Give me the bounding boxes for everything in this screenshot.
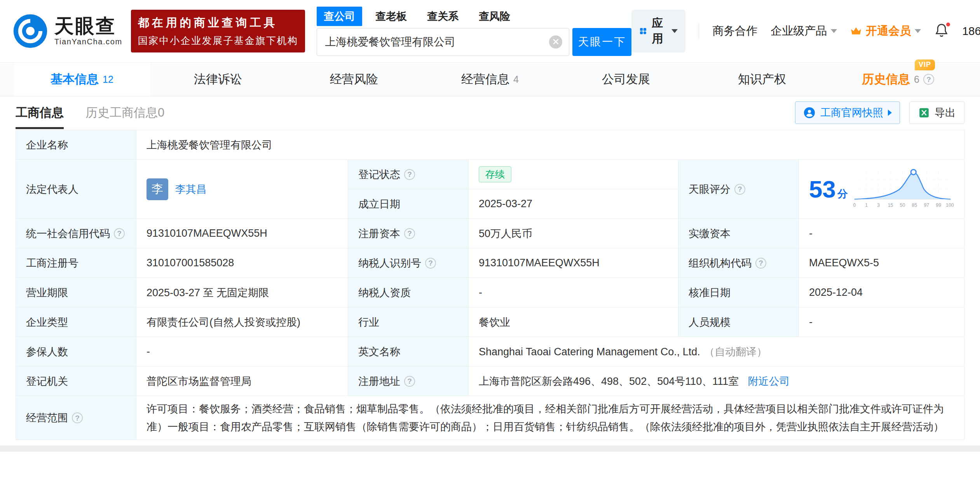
nav-enterprise-products[interactable]: 企业级产品	[771, 23, 837, 39]
search-tab-relation[interactable]: 查关系	[420, 7, 466, 26]
search-button[interactable]: 天眼一下	[572, 28, 631, 56]
table-row: 企业类型 有限责任公司(自然人投资或控股) 行业 餐饮业 人员规模 -	[16, 307, 964, 337]
field-value-taxpayer-id: 91310107MAEEQWX55H	[469, 248, 678, 278]
field-value-tianyan-score: 53 分 0	[799, 160, 964, 219]
score-axis-tick: 97	[924, 203, 929, 208]
search-tab-company[interactable]: 查公司	[317, 7, 362, 26]
score-marker-dot	[911, 169, 916, 175]
chevron-down-icon	[915, 29, 921, 33]
help-icon[interactable]: ?	[72, 412, 83, 423]
field-value-registered-capital: 50万人民币	[469, 219, 678, 248]
field-value-established-date: 2025-03-27	[469, 189, 678, 219]
score-distribution-chart: 0 1 3 15 50 85 97 99 100	[851, 168, 954, 211]
search-tabs: 查公司 查老板 查关系 查风险	[317, 7, 631, 26]
score-axis-tick: 85	[912, 203, 917, 208]
subtab-history-business-registration[interactable]: 历史工商信息0	[85, 96, 164, 129]
vip-badge: VIP	[915, 59, 935, 70]
help-icon[interactable]: ?	[755, 258, 766, 269]
field-value-paid-in-capital: -	[799, 219, 964, 248]
help-icon[interactable]: ?	[404, 169, 415, 180]
search-tab-risk[interactable]: 查风险	[472, 7, 517, 26]
page-header: 天眼查 TianYanCha.com 都在用的商业查询工具 国家中小企业发展子基…	[0, 0, 980, 62]
field-label-registration-status: 登记状态?	[348, 160, 469, 189]
field-value-legal-representative: 李 李其昌	[136, 160, 348, 219]
header-nav: 应用 商务合作 企业级产品 开通会员 186*...	[631, 10, 980, 52]
main-tab-bar: 基本信息 12 法律诉讼 经营风险 经营信息 4 公司发展 知识产权 历史信息 …	[0, 62, 980, 96]
tab-company-development[interactable]: 公司发展	[558, 63, 694, 96]
divider	[699, 23, 699, 39]
field-label-organization-code: 组织机构代码?	[678, 248, 799, 278]
search-area: 查公司 查老板 查关系 查风险 ✕ 天眼一下	[317, 7, 631, 56]
field-label-paid-in-capital: 实缴资本	[678, 219, 799, 248]
tab-basic-info[interactable]: 基本信息 12	[14, 63, 150, 96]
field-label-tianyan-score: 天眼评分?	[678, 160, 799, 219]
score-axis-tick: 99	[936, 203, 941, 208]
tab-operating-risk[interactable]: 经营风险	[286, 63, 422, 96]
field-label-industry: 行业	[348, 307, 469, 337]
promo-line1: 都在用的商业查询工具	[138, 15, 298, 31]
promo-banner: 都在用的商业查询工具 国家中小企业发展子基金旗下机构	[131, 10, 305, 52]
tab-intellectual-property[interactable]: 知识产权	[694, 63, 830, 96]
auto-translate-note: （自动翻译）	[704, 346, 767, 358]
field-label-insured-count: 参保人数	[16, 337, 136, 367]
score-number[interactable]: 53 分	[809, 175, 848, 203]
table-row: 法定代表人 李 李其昌 登记状态? 存续 天眼评分? 53 分	[16, 160, 964, 189]
field-value-registered-address: 上海市普陀区新会路496、498、502、504号110、111室 附近公司	[469, 367, 964, 396]
help-icon[interactable]: ?	[404, 228, 415, 239]
field-value-industry: 餐饮业	[469, 307, 678, 337]
field-value-registration-status: 存续	[469, 160, 678, 189]
promo-line2: 国家中小企业发展子基金旗下机构	[138, 34, 298, 47]
help-icon[interactable]: ?	[923, 74, 934, 85]
tab-operating-info[interactable]: 经营信息 4	[422, 63, 558, 96]
search-tab-boss[interactable]: 查老板	[368, 7, 414, 26]
brand-name: 天眼查	[54, 16, 122, 37]
tab-history-info[interactable]: 历史信息 VIP 6 ?	[830, 63, 966, 96]
field-value-business-term: 2025-03-27 至 无固定期限	[136, 278, 348, 307]
score-axis-tick: 15	[888, 203, 893, 208]
score-axis-tick: 50	[900, 203, 905, 208]
score-axis-tick: 3	[877, 203, 880, 208]
tab-count: 4	[513, 74, 519, 85]
field-value-taxpayer-qualification: -	[469, 278, 678, 307]
field-label-registration-number: 工商注册号	[16, 248, 136, 278]
page-bottom-strip	[0, 445, 980, 452]
tianyancha-logo[interactable]: 天眼查 TianYanCha.com	[12, 13, 122, 49]
tab-count: 6	[914, 74, 919, 85]
search-input[interactable]	[317, 28, 569, 56]
field-label-legal-representative: 法定代表人	[16, 160, 136, 219]
notification-dot	[945, 21, 951, 28]
field-label-business-scope: 经营范围?	[16, 396, 136, 440]
user-phone[interactable]: 186*...	[962, 25, 980, 38]
tab-legal-proceedings[interactable]: 法律诉讼	[150, 63, 286, 96]
table-row: 工商注册号 310107001585028 纳税人识别号? 91310107MA…	[16, 248, 964, 278]
score-axis-tick: 100	[946, 203, 954, 208]
nav-open-vip[interactable]: 开通会员	[850, 23, 921, 39]
field-label-company-type: 企业类型	[16, 307, 136, 337]
legal-rep-avatar[interactable]: 李	[146, 178, 168, 200]
notification-bell-icon[interactable]	[934, 23, 949, 39]
apps-menu-label: 应用	[652, 16, 667, 47]
table-row: 企业名称 上海桃爱餐饮管理有限公司	[16, 130, 964, 160]
table-row: 登记机关 普陀区市场监督管理局 注册地址? 上海市普陀区新会路496、498、5…	[16, 367, 964, 396]
subtab-business-registration[interactable]: 工商信息	[16, 96, 64, 129]
field-label-approval-date: 核准日期	[678, 278, 799, 307]
apps-menu-button[interactable]: 应用	[631, 10, 685, 52]
field-label-registered-address: 注册地址?	[348, 367, 469, 396]
field-value-company-type: 有限责任公司(自然人投资或控股)	[136, 307, 348, 337]
help-icon[interactable]: ?	[425, 258, 436, 269]
help-icon[interactable]: ?	[734, 184, 745, 195]
field-label-english-name: 英文名称	[348, 337, 469, 367]
nav-business-cooperation[interactable]: 商务合作	[712, 23, 757, 39]
clear-search-icon[interactable]: ✕	[549, 35, 562, 49]
field-value-registration-number: 310107001585028	[136, 248, 348, 278]
company-info-table: 企业名称 上海桃爱餐饮管理有限公司 法定代表人 李 李其昌 登记状态? 存续 天…	[16, 130, 964, 440]
legal-rep-link[interactable]: 李其昌	[175, 182, 207, 196]
status-badge: 存续	[479, 166, 511, 182]
nearby-companies-link[interactable]: 附近公司	[748, 375, 790, 387]
table-row: 经营范围? 许可项目：餐饮服务；酒类经营；食品销售；烟草制品零售。（依法须经批准…	[16, 396, 964, 440]
help-icon[interactable]: ?	[114, 228, 125, 239]
export-button[interactable]: 导出	[909, 101, 964, 124]
help-icon[interactable]: ?	[404, 376, 415, 387]
official-snapshot-button[interactable]: 工商官网快照	[795, 101, 900, 124]
field-value-registration-authority: 普陀区市场监督管理局	[136, 367, 348, 396]
